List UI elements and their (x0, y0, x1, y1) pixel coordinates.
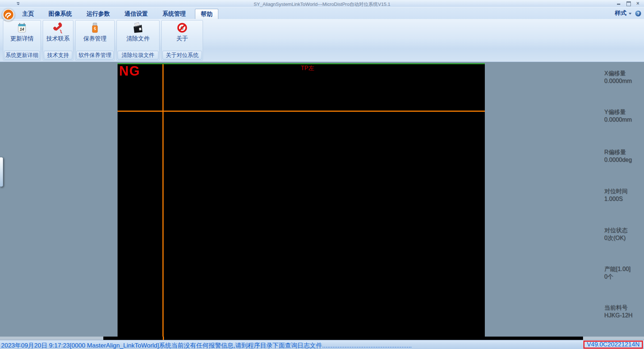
stat-label: R偏移量 (604, 148, 644, 156)
update-details-button[interactable]: 14 更新详情 (3, 20, 41, 50)
window-controls: × (616, 1, 640, 5)
stat-r-offset: R偏移量 0.0000deg (604, 148, 644, 164)
stat-part-number: 当前料号 HJKG-12H (604, 304, 644, 319)
chevron-down-icon[interactable] (629, 13, 632, 15)
tech-contact-button[interactable]: 技术联系 (43, 20, 73, 50)
title-bar: SY_AliagnSystemLinkToWorld---MicroDistPr… (0, 0, 644, 7)
stat-label: 对位状态 (604, 226, 644, 234)
stat-label: X偏移量 (604, 69, 644, 77)
stat-value: 0.0000mm (604, 77, 644, 85)
clear-files-label: 清除文件 (124, 35, 152, 43)
window-title: SY_AliagnSystemLinkToWorld---MicroDistPr… (0, 1, 644, 8)
calendar-icon: 14 (16, 22, 28, 34)
close-icon[interactable]: × (635, 1, 640, 5)
stat-value: 1.000S (604, 195, 644, 203)
stat-capacity: 产能[1.00] 0个 (604, 265, 644, 280)
style-menu-button[interactable]: 样式 (615, 9, 626, 17)
maintenance-button[interactable]: 保养管理 (76, 20, 114, 50)
stat-value: 0个 (604, 273, 644, 280)
clear-files-button[interactable]: 清除文件 (117, 20, 159, 50)
left-panel (0, 62, 118, 337)
crosshair-line-stub (163, 337, 164, 340)
tab-image-system[interactable]: 图像系统 (43, 9, 77, 19)
logo-icon (2, 8, 15, 21)
stat-value: 0.0000mm (604, 116, 644, 123)
no-entry-icon: C (176, 22, 188, 34)
tab-run-parameters[interactable]: 运行参数 (81, 9, 115, 19)
caption-about: 关于对位系统 (162, 51, 202, 60)
collapsed-panel-handle[interactable] (0, 157, 3, 187)
about-label: 关于 (174, 35, 190, 43)
stat-label: 产能[1.00] (604, 265, 644, 273)
stat-align-status: 对位状态 0次(OK) (604, 226, 644, 242)
caption-maintenance: 软件保养管理 (76, 51, 114, 60)
tab-home[interactable]: 主页 (17, 9, 39, 19)
version-badge: V49.0C20221214N (583, 341, 643, 349)
camera-name-label: TP左 (301, 65, 314, 72)
shredder-icon (132, 22, 144, 34)
main-area: NG TP左 X偏移量 0.0000mm Y偏移量 0.0000mm R偏移量 … (0, 62, 644, 337)
ribbon-tab-row: 主页 图像系统 运行参数 通信设置 系统管理 帮助 样式 ? (0, 7, 644, 19)
alignment-result-badge: NG (119, 64, 140, 78)
caption-system-update: 系统更新详细 (4, 51, 40, 60)
stat-value: HJKG-12H (604, 311, 644, 319)
camera-view: NG TP左 (118, 63, 485, 337)
stat-label: Y偏移量 (604, 108, 644, 116)
bottom-splitter-strip (0, 337, 644, 340)
right-stats-panel: X偏移量 0.0000mm Y偏移量 0.0000mm R偏移量 0.0000d… (485, 62, 644, 337)
status-bar: 2023年09月20日 9:17:23[0000 MasterAlign_Lin… (0, 340, 644, 349)
help-icon[interactable]: ? (635, 11, 641, 16)
update-details-label: 更新详情 (8, 35, 36, 43)
stat-label: 对位时间 (604, 187, 644, 195)
usb-drive-icon (89, 22, 101, 34)
group-system-update: 14 更新详情 系统更新详细 (3, 20, 41, 61)
maximize-icon[interactable] (626, 1, 631, 5)
about-button[interactable]: C 关于 (162, 20, 203, 50)
caption-tech-support: 技术支持 (44, 51, 72, 60)
tab-row-right-tools: 样式 ? (615, 9, 641, 17)
splitter-black-strip (103, 337, 583, 340)
minimize-icon[interactable] (616, 1, 621, 5)
stat-align-time: 对位时间 1.000S (604, 187, 644, 203)
maintenance-label: 保养管理 (81, 35, 109, 43)
ribbon-tabs: 主页 图像系统 运行参数 通信设置 系统管理 帮助 (17, 9, 218, 19)
tab-system-management[interactable]: 系统管理 (157, 9, 191, 19)
stat-label: 当前料号 (604, 304, 644, 311)
application-window: SY_AliagnSystemLinkToWorld---MicroDistPr… (0, 0, 644, 349)
stat-y-offset: Y偏移量 0.0000mm (604, 108, 644, 123)
ribbon-groups: 14 更新详情 系统更新详细 技术联系 (3, 20, 203, 61)
crosshair-vertical-line (162, 64, 164, 337)
phone-icon (52, 22, 64, 34)
group-maintenance: 保养管理 软件保养管理 (75, 20, 115, 61)
app-logo-orb-button[interactable] (2, 8, 15, 21)
status-message: 2023年09月20日 9:17:23[0000 MasterAlign_Lin… (1, 341, 412, 349)
crosshair-horizontal-line (118, 111, 485, 112)
group-tech-support: 技术联系 技术支持 (43, 20, 73, 61)
stat-value: 0.0000deg (604, 156, 644, 164)
tab-help[interactable]: 帮助 (195, 9, 218, 19)
tab-comm-settings[interactable]: 通信设置 (119, 9, 153, 19)
caption-clear-files: 清除垃圾文件 (118, 51, 158, 60)
group-clear-files: 清除文件 清除垃圾文件 (116, 20, 160, 61)
group-about: C 关于 关于对位系统 (161, 20, 203, 61)
svg-text:14: 14 (20, 27, 24, 31)
stat-value: 0次(OK) (604, 234, 644, 242)
tech-contact-label: 技术联系 (44, 35, 72, 43)
ribbon: 14 更新详情 系统更新详细 技术联系 (0, 19, 644, 62)
stat-x-offset: X偏移量 0.0000mm (604, 69, 644, 85)
